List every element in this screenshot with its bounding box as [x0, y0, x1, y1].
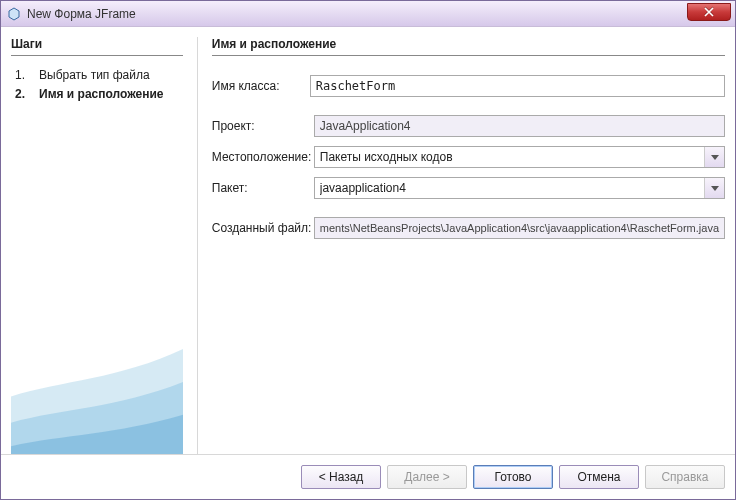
wizard-step: 1. Выбрать тип файла: [15, 66, 183, 85]
next-button: Далее >: [387, 465, 467, 489]
back-button[interactable]: < Назад: [301, 465, 381, 489]
row-location: Местоположение: Пакеты исходных кодов: [212, 145, 725, 169]
app-icon: [7, 7, 21, 21]
wizard-sidebar: Шаги 1. Выбрать тип файла 2. Имя и распо…: [11, 37, 183, 454]
main-heading: Имя и расположение: [212, 37, 725, 56]
wizard-step: 2. Имя и расположение: [15, 85, 183, 104]
titlebar: New Форма JFrame: [1, 1, 735, 27]
row-project: Проект: JavaApplication4: [212, 114, 725, 138]
step-label: Имя и расположение: [39, 85, 163, 104]
location-combo[interactable]: Пакеты исходных кодов: [314, 146, 725, 168]
project-label: Проект:: [212, 119, 314, 133]
finish-button[interactable]: Готово: [473, 465, 553, 489]
location-label: Местоположение:: [212, 150, 314, 164]
dialog-window: New Форма JFrame Шаги 1. Выбрать тип фай…: [0, 0, 736, 500]
form: Имя класса: Проект: JavaApplication4 Мес…: [212, 74, 725, 247]
help-button: Справка: [645, 465, 725, 489]
sidebar-heading: Шаги: [11, 37, 183, 56]
cancel-button[interactable]: Отмена: [559, 465, 639, 489]
step-label: Выбрать тип файла: [39, 66, 150, 85]
step-number: 2.: [15, 85, 29, 104]
close-button[interactable]: [687, 3, 731, 21]
createdfile-value: ments\NetBeansProjects\JavaApplication4\…: [314, 217, 725, 239]
createdfile-label: Созданный файл:: [212, 221, 314, 235]
package-label: Пакет:: [212, 181, 314, 195]
wizard-main: Имя и расположение Имя класса: Проект: J…: [197, 37, 725, 454]
package-combo[interactable]: [314, 177, 725, 199]
project-value: JavaApplication4: [314, 115, 725, 137]
classname-input[interactable]: [310, 75, 725, 97]
wizard-steps: 1. Выбрать тип файла 2. Имя и расположен…: [11, 66, 183, 104]
chevron-down-icon[interactable]: [704, 147, 724, 167]
step-number: 1.: [15, 66, 29, 85]
row-package: Пакет:: [212, 176, 725, 200]
window-title: New Форма JFrame: [27, 7, 687, 21]
location-value: Пакеты исходных кодов: [314, 146, 725, 168]
sidebar-decoration: [11, 67, 183, 454]
row-createdfile: Созданный файл: ments\NetBeansProjects\J…: [212, 216, 725, 240]
classname-label: Имя класса:: [212, 79, 310, 93]
row-classname: Имя класса:: [212, 74, 725, 98]
dialog-footer: < Назад Далее > Готово Отмена Справка: [1, 454, 735, 499]
chevron-down-icon[interactable]: [704, 178, 724, 198]
package-input[interactable]: [314, 177, 725, 199]
dialog-body: Шаги 1. Выбрать тип файла 2. Имя и распо…: [1, 27, 735, 454]
